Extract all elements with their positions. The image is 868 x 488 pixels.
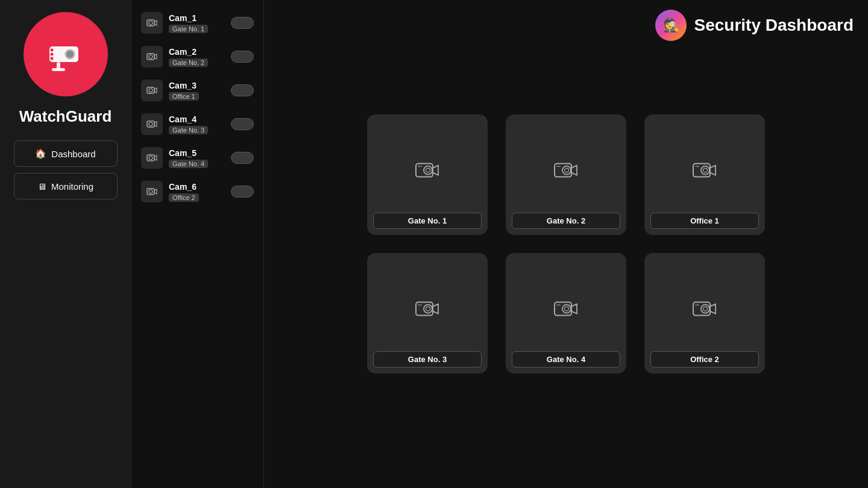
cam-icon-box [141, 147, 163, 169]
cam-tile-label: Gate No. 3 [373, 351, 482, 368]
cam-item-left: Cam_6 Office 2 [141, 181, 199, 202]
camera-tile-icon [412, 298, 442, 322]
svg-point-31 [703, 168, 708, 172]
cam-list-item[interactable]: Cam_1 Gate No. 1 [131, 6, 263, 40]
cam-tile-icon [412, 298, 442, 324]
dashboard-button[interactable]: 🏠 Dashboard [14, 140, 118, 167]
cam-info: Cam_1 Gate No. 1 [169, 13, 208, 33]
cam-icon-box [141, 181, 163, 202]
cam-name: Cam_3 [169, 81, 199, 90]
camera-tile-icon [690, 159, 720, 183]
svg-point-5 [50, 49, 53, 52]
svg-point-15 [149, 122, 153, 126]
cam-tile-label: Office 1 [650, 213, 759, 229]
cam-tile-label: Gate No. 4 [512, 351, 620, 368]
cam-info: Cam_4 Gate No. 3 [169, 114, 208, 134]
cam-item-left: Cam_2 Gate No. 2 [141, 46, 208, 67]
cam-tile[interactable]: Gate No. 2 [506, 114, 626, 235]
cam-toggle[interactable] [231, 51, 254, 63]
cam-tile[interactable]: Gate No. 3 [367, 253, 488, 374]
svg-point-7 [50, 57, 53, 60]
monitoring-button[interactable]: 🖥 Monitoring [14, 173, 118, 199]
svg-point-42 [701, 305, 709, 313]
cam-info: Cam_3 Office 1 [169, 81, 199, 101]
svg-point-9 [149, 21, 153, 25]
svg-point-26 [562, 166, 571, 175]
cam-toggle[interactable] [231, 17, 254, 29]
cam-name: Cam_5 [169, 148, 208, 158]
svg-rect-21 [418, 166, 422, 167]
camera-list: Cam_1 Gate No. 1 Cam_2 Gate No. 2 [131, 0, 264, 488]
cam-tile-label: Office 2 [650, 351, 759, 368]
cam-toggle[interactable] [231, 186, 254, 198]
cam-list-item[interactable]: Cam_2 Gate No. 2 [131, 40, 263, 74]
svg-point-11 [149, 55, 153, 58]
cam-icon-box [141, 12, 163, 34]
cam-list-item[interactable]: Cam_4 Gate No. 3 [131, 107, 263, 141]
cam-list-item[interactable]: Cam_6 Office 2 [131, 175, 263, 208]
cam-tile[interactable]: Office 1 [644, 114, 765, 235]
monitoring-label: Monitoring [51, 181, 93, 192]
cam-toggle[interactable] [231, 152, 254, 164]
camera-list-icon [146, 52, 158, 61]
cam-item-left: Cam_5 Gate No. 4 [141, 147, 208, 169]
cam-location: Office 1 [169, 92, 199, 101]
cam-name: Cam_1 [169, 13, 208, 23]
cam-list-item[interactable]: Cam_3 Office 1 [131, 74, 263, 107]
svg-rect-25 [556, 166, 561, 167]
cam-name: Cam_6 [169, 182, 199, 192]
cam-location: Office 2 [169, 193, 199, 202]
cam-tile[interactable]: Gate No. 4 [506, 253, 626, 374]
cam-tile-label: Gate No. 1 [373, 213, 482, 229]
cam-list-item[interactable]: Cam_5 Gate No. 4 [131, 141, 263, 175]
cam-tile-label: Gate No. 2 [512, 213, 620, 229]
monitor-icon: 🖥 [37, 181, 46, 192]
home-icon: 🏠 [35, 148, 46, 159]
cam-tile-icon [690, 298, 720, 324]
svg-point-22 [424, 166, 432, 175]
cam-location: Gate No. 4 [169, 160, 208, 168]
main-content: 🕵️ Security Dashboard Gate No. 1 [264, 0, 868, 488]
cam-location: Gate No. 3 [169, 126, 208, 134]
cam-name: Cam_2 [169, 47, 208, 57]
svg-point-19 [149, 190, 153, 193]
cam-toggle[interactable] [231, 84, 254, 96]
cam-tile-icon [551, 298, 581, 324]
avatar: 🕵️ [655, 10, 687, 41]
topbar: 🕵️ Security Dashboard [641, 0, 868, 51]
cam-name: Cam_4 [169, 114, 208, 124]
cam-tile[interactable]: Gate No. 1 [367, 114, 488, 235]
cam-icon-box [141, 80, 163, 101]
svg-rect-37 [556, 305, 561, 306]
cam-info: Cam_2 Gate No. 2 [169, 47, 208, 67]
dashboard-label: Dashboard [51, 149, 95, 159]
cam-toggle[interactable] [231, 118, 254, 130]
page-title: Security Dashboard [694, 16, 854, 35]
svg-point-34 [424, 305, 432, 313]
camera-tile-icon [551, 159, 581, 183]
camera-list-icon [146, 18, 158, 28]
svg-point-6 [50, 53, 53, 56]
cam-tile-icon [690, 159, 720, 186]
svg-point-35 [426, 307, 430, 311]
svg-rect-29 [695, 166, 699, 167]
cam-item-left: Cam_3 Office 1 [141, 80, 199, 101]
cam-location: Gate No. 2 [169, 58, 208, 67]
camera-tile-icon [412, 159, 442, 183]
cam-info: Cam_5 Gate No. 4 [169, 148, 208, 168]
cam-icon-box [141, 46, 163, 67]
cam-info: Cam_6 Office 2 [169, 182, 199, 202]
svg-point-27 [565, 168, 569, 172]
svg-point-2 [66, 51, 74, 58]
camera-list-icon [146, 153, 158, 163]
svg-point-13 [149, 89, 153, 92]
camera-tile-icon [551, 298, 581, 322]
svg-point-30 [701, 166, 709, 175]
svg-point-38 [562, 305, 571, 313]
cam-icon-box [141, 113, 163, 135]
app-logo [24, 12, 108, 96]
camera-grid: Gate No. 1 Gate No. 2 [264, 0, 868, 488]
cam-tile[interactable]: Office 2 [644, 253, 765, 374]
svg-point-43 [703, 307, 708, 311]
cam-item-left: Cam_4 Gate No. 3 [141, 113, 208, 135]
